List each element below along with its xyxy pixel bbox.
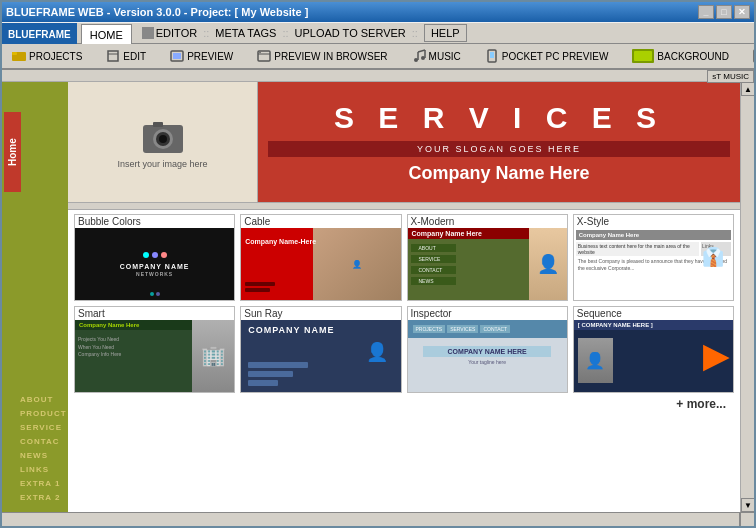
hero-image-area[interactable]: Insert your image here xyxy=(68,82,258,202)
site-left-nav: Home ABOUT PRODUCT SERVICE CONTAC NEWS L… xyxy=(2,82,68,512)
template-label: Smart xyxy=(75,307,234,320)
nav-about[interactable]: ABOUT xyxy=(20,395,67,404)
template-sequence[interactable]: Sequence [ COMPANY NAME HERE ] ▶ 👤 xyxy=(573,306,734,393)
background-button[interactable]: BACKGROUND xyxy=(626,45,735,67)
templates-row1: Bubble Colors COMPANY NAMENETWORKS xyxy=(74,214,734,301)
ruler: sT MUSIC xyxy=(2,70,754,82)
template-cable[interactable]: Cable 👤 Company Name-Here xyxy=(240,214,401,301)
camera-icon xyxy=(138,115,188,155)
h-scroll[interactable] xyxy=(68,202,740,210)
content-area: sT MUSIC Home ABOUT PRODUCT SERVICE xyxy=(2,70,754,526)
nav-news[interactable]: NEWS xyxy=(20,451,67,460)
scroll-corner xyxy=(740,513,754,526)
menu-bar: BLUEFRAME HOME EDITOR :: META TAGS :: UP… xyxy=(2,22,754,44)
menu-help[interactable]: HELP xyxy=(424,24,467,42)
menu-upload[interactable]: UPLOAD TO SERVER xyxy=(295,27,406,39)
nav-extra1[interactable]: EXTRA 1 xyxy=(20,479,67,488)
cable-preview: 👤 Company Name-Here xyxy=(241,228,400,300)
home-tab[interactable]: Home xyxy=(4,112,21,192)
tab-home-label: HOME xyxy=(90,29,123,41)
svg-rect-23 xyxy=(153,122,163,127)
editor-icon xyxy=(142,27,154,39)
slogan-bar: YOUR SLOGAN GOES HERE xyxy=(268,141,730,157)
browser-icon xyxy=(257,49,271,63)
svg-rect-1 xyxy=(12,52,17,55)
st-music-text: sT MUSIC xyxy=(712,72,749,81)
menu-sep2: :: xyxy=(282,27,288,39)
app-title: BLUEFRAME WEB - Version 3.0.0 - Project:… xyxy=(6,6,308,18)
template-xmodern[interactable]: X-Modern Company Name Here 👤 ABOUT xyxy=(407,214,568,301)
site-canvas: sT MUSIC Home ABOUT PRODUCT SERVICE xyxy=(2,70,754,526)
inspector-preview: PROJECTS SERVICES CONTACT COMPANY NAME H… xyxy=(408,320,567,392)
main-toolbar: PROJECTS EDIT PREVIEW PREVIEW IN BROWSER… xyxy=(2,44,754,70)
menu-metatags[interactable]: META TAGS xyxy=(215,27,276,39)
sunray-preview: COMPANY NAME 👤 xyxy=(241,320,400,392)
svg-rect-5 xyxy=(173,53,181,59)
tab-home[interactable]: HOME xyxy=(81,24,132,44)
xstyle-preview: Company Name Here Business text content … xyxy=(574,228,733,300)
hero-text-area: S E R V I C E S YOUR SLOGAN GOES HERE Co… xyxy=(258,82,740,202)
st-music-badge: sT MUSIC xyxy=(707,70,754,83)
close-button[interactable]: ✕ xyxy=(734,5,750,19)
svg-point-22 xyxy=(159,135,167,143)
brand-label: BLUEFRAME xyxy=(8,29,71,40)
preview-label: PREVIEW xyxy=(187,51,233,62)
svg-rect-15 xyxy=(490,52,494,58)
template-xstyle[interactable]: X-Style Company Name Here Business text … xyxy=(573,214,734,301)
template-label: Bubble Colors xyxy=(75,215,234,228)
template-bubble-colors[interactable]: Bubble Colors COMPANY NAMENETWORKS xyxy=(74,214,235,301)
pocketpc-icon xyxy=(485,49,499,63)
more-section: + more... xyxy=(74,397,734,411)
pocketpc-button[interactable]: POCKET PC PREVIEW xyxy=(479,45,615,67)
maximize-button[interactable]: □ xyxy=(716,5,732,19)
nav-links[interactable]: LINKS xyxy=(20,465,67,474)
horizontal-scrollbar[interactable] xyxy=(2,513,740,526)
nav-extra2[interactable]: EXTRA 2 xyxy=(20,493,67,502)
edit-button[interactable]: EDIT xyxy=(100,45,152,67)
template-sunray[interactable]: Sun Ray COMPANY NAME xyxy=(240,306,401,393)
template-label: Sequence xyxy=(574,307,733,320)
music-label: MUSIC xyxy=(429,51,461,62)
svg-rect-17 xyxy=(634,51,652,61)
template-smart[interactable]: Smart Company Name Here 🏢 Projects You N… xyxy=(74,306,235,393)
music-button[interactable]: MUSIC xyxy=(406,45,467,67)
scroll-down-button[interactable]: ▼ xyxy=(741,498,754,512)
fullscreen-button[interactable]: FULL SCREEN xyxy=(747,45,756,67)
projects-label: PROJECTS xyxy=(29,51,82,62)
status-bar xyxy=(2,512,754,526)
templates-row2: Smart Company Name Here 🏢 Projects You N… xyxy=(74,306,734,393)
projects-button[interactable]: PROJECTS xyxy=(6,45,88,67)
edit-icon xyxy=(106,49,120,63)
site-view: Home ABOUT PRODUCT SERVICE CONTAC NEWS L… xyxy=(2,82,754,512)
bg-icon xyxy=(632,49,654,63)
template-inspector[interactable]: Inspector PROJECTS SERVICES CONTACT COMP… xyxy=(407,306,568,393)
menu-editor[interactable]: EDITOR xyxy=(142,27,197,39)
xmodern-preview: Company Name Here 👤 ABOUT SERVICE CONTAC… xyxy=(408,228,567,300)
template-label: Cable xyxy=(241,215,400,228)
right-scrollbar[interactable]: ▲ ▼ xyxy=(740,82,754,512)
sequence-preview: [ COMPANY NAME HERE ] ▶ 👤 xyxy=(574,320,733,392)
preview-browser-button[interactable]: PREVIEW IN BROWSER xyxy=(251,45,393,67)
scroll-up-button[interactable]: ▲ xyxy=(741,82,754,96)
svg-point-8 xyxy=(259,52,261,54)
pocketpc-label: POCKET PC PREVIEW xyxy=(502,51,609,62)
nav-contact[interactable]: CONTAC xyxy=(20,437,67,446)
minimize-button[interactable]: _ xyxy=(698,5,714,19)
edit-label: EDIT xyxy=(123,51,146,62)
title-bar: BLUEFRAME WEB - Version 3.0.0 - Project:… xyxy=(2,2,754,22)
scroll-thumb xyxy=(741,96,754,498)
template-label: Sun Ray xyxy=(241,307,400,320)
smart-preview: Company Name Here 🏢 Projects You NeedWhe… xyxy=(75,320,234,392)
background-label: BACKGROUND xyxy=(657,51,729,62)
image-placeholder: Insert your image here xyxy=(117,159,207,169)
svg-rect-2 xyxy=(108,51,118,61)
preview-icon xyxy=(170,49,184,63)
nav-services[interactable]: SERVICE xyxy=(20,423,67,432)
hero-title: S E R V I C E S xyxy=(334,101,664,135)
hero-area: Insert your image here S E R V I C E S Y… xyxy=(68,82,740,202)
nav-products[interactable]: PRODUCT xyxy=(20,409,67,418)
preview-button[interactable]: PREVIEW xyxy=(164,45,239,67)
more-button[interactable]: + more... xyxy=(676,397,726,411)
window-controls[interactable]: _ □ ✕ xyxy=(698,5,750,19)
home-tab-label: Home xyxy=(7,138,18,166)
